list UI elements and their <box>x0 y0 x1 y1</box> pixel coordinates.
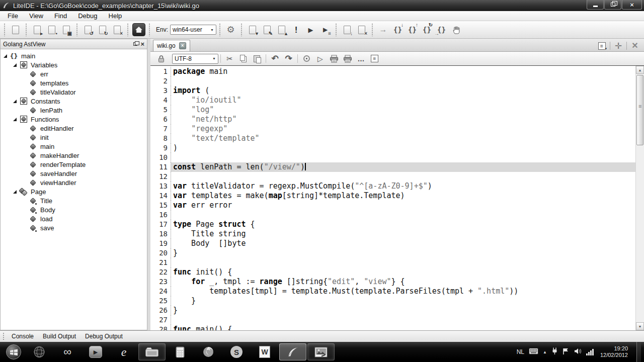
taskbar-liteide-icon[interactable] <box>279 343 306 360</box>
tree-item-viewhandler[interactable]: viewHandler <box>1 178 147 187</box>
tree-item-makehandler[interactable]: makeHandler <box>1 151 147 160</box>
clock[interactable]: 19:20 12/02/2012 <box>600 345 628 358</box>
reload-file-icon[interactable]: ↻ <box>96 23 109 37</box>
keyboard-icon[interactable] <box>529 348 538 356</box>
close-panel-icon[interactable]: × <box>140 41 144 47</box>
action-center-flag-icon[interactable] <box>562 348 570 356</box>
expander-icon[interactable] <box>4 54 7 58</box>
scrollbar-thumb[interactable] <box>636 75 643 145</box>
pan-tool-icon[interactable] <box>449 23 463 37</box>
expander-icon[interactable] <box>13 190 17 194</box>
jump-to-icon[interactable]: → <box>376 23 390 37</box>
home-icon[interactable] <box>132 23 145 37</box>
tree-item-constants[interactable]: Constants <box>1 97 147 106</box>
stop-build-icon[interactable]: ! <box>289 23 303 37</box>
scroll-down-icon[interactable]: ▼ <box>636 322 644 330</box>
float-panel-icon[interactable] <box>133 42 137 46</box>
network-signal-icon[interactable] <box>586 349 594 355</box>
scroll-up-icon[interactable]: ▲ <box>636 66 644 74</box>
file-info-icon[interactable]: ≡ <box>368 53 381 65</box>
tree-item-savehandler[interactable]: saveHandler <box>1 169 147 178</box>
tree-item-templates[interactable]: templates <box>1 78 147 87</box>
restore-button[interactable] <box>604 0 621 10</box>
record-macro-icon[interactable] <box>300 53 313 65</box>
unfold-block-icon[interactable]: {}↑ <box>406 23 419 37</box>
fold-all-icon[interactable]: {}↻ <box>420 23 434 37</box>
print-icon[interactable] <box>328 53 340 65</box>
taskbar-expression-icon[interactable]: ∞ <box>54 343 81 360</box>
paste-icon[interactable] <box>251 53 263 65</box>
save-all-icon[interactable]: ▣ <box>59 23 73 37</box>
fold-block-icon[interactable]: {}↓ <box>391 23 405 37</box>
build-and-run-icon[interactable]: ▶≡ <box>318 23 332 37</box>
close-button[interactable]: × <box>622 0 642 10</box>
new-file-icon[interactable] <box>9 23 22 37</box>
taskbar-image-viewer-icon[interactable] <box>307 343 335 360</box>
power-plug-icon[interactable] <box>551 347 558 356</box>
cut-icon[interactable]: ✂ <box>223 53 236 65</box>
menu-help[interactable]: Help <box>103 11 128 21</box>
save-file-icon[interactable]: ▪ <box>45 23 58 37</box>
tree-item-save[interactable]: save <box>1 223 147 232</box>
taskbar-media-player-icon[interactable]: ▶ <box>82 343 109 360</box>
tab-close-icon[interactable]: × <box>179 42 186 49</box>
tree-item-load[interactable]: load <box>1 214 147 223</box>
split-editor-icon[interactable]: ✛ <box>612 41 624 51</box>
taskbar-network-globe-icon[interactable] <box>26 343 53 360</box>
menu-find[interactable]: Find <box>49 11 72 21</box>
build-icon[interactable]: ✎ <box>260 23 274 37</box>
tree-item-rendertemplate[interactable]: renderTemplate <box>1 160 147 169</box>
editor-scrollbar[interactable]: ▲ ▼ <box>635 66 644 330</box>
show-hidden-icons-icon[interactable]: ▲ <box>543 350 547 354</box>
tree-item-main[interactable]: {}main <box>1 51 147 60</box>
revert-file-icon[interactable]: ↺ <box>81 23 95 37</box>
taskbar-calculator-icon[interactable] <box>167 343 194 360</box>
open-editors-list-icon[interactable]: ≡▾ <box>596 41 608 51</box>
tree-item-body[interactable]: Body <box>1 205 147 214</box>
install-icon[interactable]: ▴ <box>275 23 288 37</box>
tab-wiki-go[interactable]: wiki.go × <box>153 40 190 51</box>
env-select[interactable]: win64-user▼ <box>170 25 216 35</box>
menu-file[interactable]: File <box>2 11 24 21</box>
get-deps-icon[interactable]: ▾ <box>246 23 259 37</box>
menu-view[interactable]: View <box>24 11 49 21</box>
copy-icon[interactable] <box>237 53 250 65</box>
taskbar-skype-icon[interactable]: S <box>223 343 250 360</box>
tree-item-variables[interactable]: Variables <box>1 60 147 69</box>
language-indicator[interactable]: NL <box>517 348 524 355</box>
menu-debug[interactable]: Debug <box>72 11 103 21</box>
more-actions-icon[interactable]: … <box>355 53 367 65</box>
print-preview-icon[interactable] <box>341 53 354 65</box>
playback-macro-icon[interactable]: ▷ <box>314 53 327 65</box>
tree-item-functions[interactable]: Functions <box>1 115 147 124</box>
start-button[interactable] <box>3 343 25 360</box>
tree-item-titlevalidator[interactable]: titleValidator <box>1 87 147 97</box>
tree-item-title[interactable]: Title <box>1 196 147 205</box>
encoding-select[interactable]: UTF-8 ▼ <box>172 54 218 64</box>
code-editor[interactable]: 1package main23import (4 "io/ioutil"5 "l… <box>150 66 644 330</box>
tree-item-lenpath[interactable]: lenPath <box>1 106 147 115</box>
insert-snippet-icon[interactable]: ↓ <box>340 23 354 37</box>
output-tab-debug-output[interactable]: Debug Output <box>80 332 127 341</box>
tree-item-init[interactable]: init <box>1 133 147 142</box>
output-tab-console[interactable]: Console <box>7 332 38 341</box>
unfold-all-icon[interactable]: {}→ <box>435 23 448 37</box>
remove-doc-icon[interactable]: × <box>355 23 368 37</box>
taskbar-internet-explorer-icon[interactable]: e <box>110 343 137 360</box>
lock-icon[interactable] <box>155 53 168 65</box>
minimize-button[interactable] <box>587 0 604 10</box>
output-tab-build-output[interactable]: Build Output <box>38 332 80 341</box>
close-editor-icon[interactable]: ✕ <box>629 41 641 51</box>
build-config-icon[interactable]: ⚙ <box>224 23 237 37</box>
tree-item-main[interactable]: main <box>1 142 147 151</box>
taskbar-word-icon[interactable]: W <box>251 343 278 360</box>
taskbar-firefox-icon[interactable] <box>195 343 222 360</box>
undo-icon[interactable]: ↶ <box>269 53 281 65</box>
open-file-icon[interactable]: ▸ <box>30 23 44 37</box>
tree-item-err[interactable]: err <box>1 69 147 78</box>
run-icon[interactable]: ▶ <box>304 23 317 37</box>
redo-icon[interactable]: ↷ <box>282 53 295 65</box>
expander-icon[interactable] <box>13 118 17 121</box>
show-desktop-button[interactable] <box>636 342 641 362</box>
taskbar-explorer-icon[interactable] <box>138 343 166 360</box>
